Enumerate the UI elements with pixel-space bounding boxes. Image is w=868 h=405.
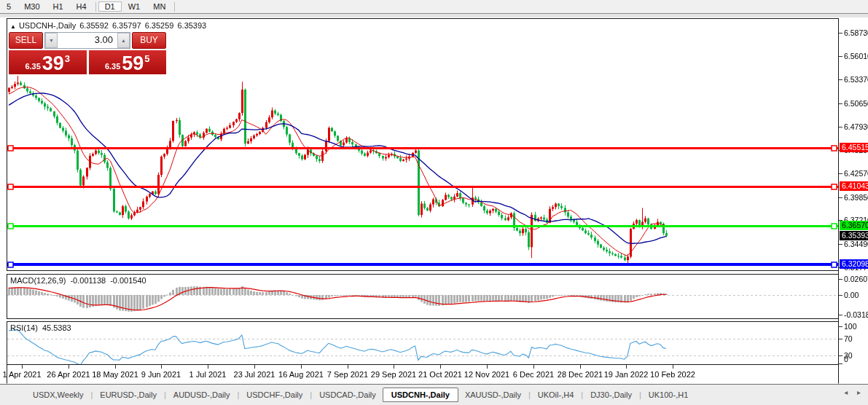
ohlc-low: 6.35259 <box>145 21 174 30</box>
sell-price-main: 39 <box>42 54 64 73</box>
sell-price-pip: 3 <box>65 53 70 64</box>
volume-value[interactable]: 3.00 <box>58 33 117 48</box>
macd-value-main: -0.001138 <box>70 276 106 285</box>
date-axis-label: 1 Apr 2021 <box>2 370 41 379</box>
date-axis-label: 26 Apr 2021 <box>47 370 90 379</box>
rsi-axis-label: 70 <box>844 334 853 343</box>
macd-label: MACD(12,26,9)-0.001138-0.001540 <box>10 276 151 285</box>
ohlc-high: 6.35797 <box>112 21 141 30</box>
price-axis-label: 6.50650 <box>844 99 868 108</box>
macd-axis-label: -0.03187 <box>844 310 868 319</box>
price-axis-label: 6.58730 <box>844 28 868 37</box>
one-click-trading-panel: SELL ▼ 3.00 ▲ BUY 6.35 39 3 6.35 59 5 <box>9 32 166 74</box>
rsi-value: 45.5383 <box>42 323 71 332</box>
buy-price-main: 59 <box>122 54 144 73</box>
price-axis-label: 6.53370 <box>844 75 868 84</box>
price-axis-label: 6.56010 <box>844 52 868 60</box>
buy-button[interactable]: BUY <box>132 32 166 49</box>
buy-price-pip: 5 <box>144 53 149 64</box>
date-axis-label: 28 Dec 2021 <box>558 370 603 379</box>
ohlc-info-line: ▲USDCNH-,Daily6.355926.357976.352596.353… <box>10 21 210 30</box>
price-badge-6.32098: 6.32098 <box>840 259 868 269</box>
tab-scroll-right-icon[interactable]: ▸ <box>857 388 861 396</box>
price-axis-label: 6.47930 <box>844 122 868 131</box>
tab-scroll-left-icon[interactable]: ◂ <box>844 388 848 396</box>
date-axis-label: 1 Jul 2021 <box>189 370 227 379</box>
macd-name: MACD(12,26,9) <box>10 276 66 285</box>
sell-price-prefix: 6.35 <box>25 62 40 71</box>
date-axis-label: 29 Sep 2021 <box>371 370 416 379</box>
rsi-name: RSI(14) <box>10 323 38 332</box>
chart-title: USDCNH-,Daily <box>19 21 76 30</box>
buy-price-display[interactable]: 6.35 59 5 <box>89 50 167 74</box>
tab-scroll-arrows: ◂ ▸ <box>837 388 861 396</box>
date-axis-label: 23 Jul 2021 <box>234 370 275 379</box>
date-axis-label: 16 Aug 2021 <box>278 370 324 379</box>
sell-price-display[interactable]: 6.35 39 3 <box>9 50 87 74</box>
price-badge-6.35393: 6.35393 <box>840 231 868 240</box>
rsi-axis-label: 100 <box>844 322 857 331</box>
price-axis-label: 6.39850 <box>844 193 868 202</box>
buy-price-prefix: 6.35 <box>105 62 120 71</box>
price-axis-label: 6.42570 <box>844 169 868 178</box>
date-axis-label: 21 Oct 2021 <box>418 370 462 379</box>
price-axis-label: 6.34490 <box>844 240 868 248</box>
date-axis-label: 10 Feb 2022 <box>650 370 695 379</box>
rsi-axis-label: 0 <box>844 355 848 363</box>
price-badge-6.41043: 6.41043 <box>840 181 868 191</box>
date-axis-label: 19 Jan 2022 <box>604 370 649 379</box>
volume-decrease-button[interactable]: ▼ <box>45 33 58 48</box>
collapse-panel-icon[interactable]: ▲ <box>10 23 16 30</box>
ohlc-open: 6.35592 <box>79 21 109 30</box>
ohlc-close: 6.35393 <box>177 21 206 30</box>
date-axis-label: 18 May 2021 <box>92 370 138 379</box>
sell-button[interactable]: SELL <box>9 32 43 49</box>
rsi-label: RSI(14)45.5383 <box>10 323 76 332</box>
macd-value-signal: -0.001540 <box>110 276 146 285</box>
date-axis-label: 9 Jun 2021 <box>141 370 181 379</box>
date-axis-label: 6 Dec 2021 <box>513 370 554 379</box>
date-axis-label: 7 Sep 2021 <box>327 370 368 379</box>
date-axis-label: 12 Nov 2021 <box>464 370 509 379</box>
macd-axis-label: 0.02607 <box>844 275 868 283</box>
volume-spinner: ▼ 3.00 ▲ <box>44 32 130 49</box>
price-badge-6.45515: 6.45515 <box>840 143 868 152</box>
macd-axis-label: 0.00 <box>844 291 859 299</box>
price-badge-6.36570: 6.36570 <box>840 221 868 230</box>
volume-increase-button[interactable]: ▲ <box>117 33 130 48</box>
